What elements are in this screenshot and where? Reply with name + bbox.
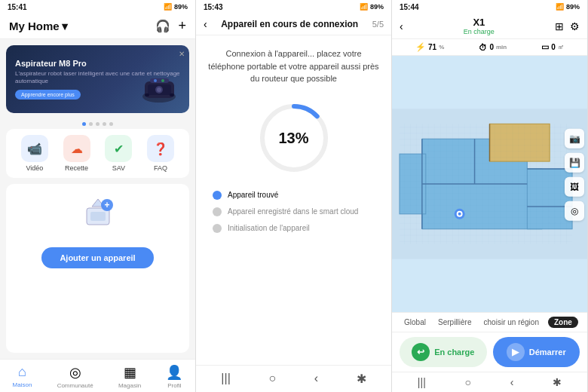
nav-item-communaute[interactable]: ◎ Communauté [57,364,93,389]
nav-home-icon[interactable]: ○ [268,372,276,386]
map-header-icons: ⊞ ⚙ [555,20,580,32]
svg-rect-11 [90,212,106,221]
battery-unit: % [439,44,444,51]
screen-connection: 15:43 📶 89% ‹ Appareil en cours de conne… [196,0,392,392]
image-icon[interactable]: 🖼 [565,177,584,197]
progress-text: 13% [278,129,308,146]
svg-text:+: + [104,200,109,210]
nav-item-magasin[interactable]: ▦ Magasin [118,364,141,389]
battery-value: 71 [428,43,436,51]
signal-icon-3: 📶 [556,3,564,11]
start-button[interactable]: ▶ Démarrer [493,337,580,367]
nav-item-profil[interactable]: 👤 Profil [166,364,182,389]
start-icon: ▶ [507,343,525,361]
quick-icon-video[interactable]: 📹 Vidéo [21,135,48,172]
time-unit: min [496,44,507,51]
area-value: 0 [551,43,556,51]
tab-serpilliere[interactable]: Serpillière [435,317,474,328]
promo-banner: Aspirateur M8 Pro L'aspirateur robot las… [6,45,189,113]
quick-icon-recette[interactable]: ☁ Recette [63,135,90,172]
settings-icon[interactable]: ⚙ [570,20,580,32]
save-map-icon[interactable]: 💾 [565,153,584,173]
time-stat-icon: ⏱ [479,43,487,52]
start-label: Démarrer [529,348,566,357]
grid-icon[interactable]: ⊞ [555,20,564,32]
dot-5 [109,122,113,126]
svg-point-9 [161,79,164,82]
quick-icon-faq[interactable]: ❓ FAQ [147,135,174,172]
status-icons-home: 📶 89% [164,3,188,11]
dot-3 [96,122,100,126]
tab-region[interactable]: choisir un région [481,317,542,328]
add-device-section: + Ajouter un appareil [6,184,189,353]
step-3: Initialisation de l'appareil [213,224,375,233]
signal-icon-2: 📶 [360,3,368,11]
status-time: 15:41 [8,3,27,11]
nav-home-icon-3[interactable]: ○ [465,376,471,388]
tab-zone[interactable]: Zone [548,317,578,328]
svg-point-4 [157,87,161,92]
floor-map[interactable]: 📷 💾 🖼 ◎ [392,56,587,312]
charge-button[interactable]: ↩ En charge [400,337,487,367]
step-dot-3 [213,224,222,233]
add-device-image: + [75,193,121,238]
connection-instruction: Connexion à l'appareil... placez votre t… [207,47,381,85]
step-2: Appareil enregistré dans le smart cloud [213,207,375,216]
status-bar-map: 15:44 📶 89% [392,0,587,14]
tab-global[interactable]: Global [401,317,429,328]
screen-map: 15:44 📶 89% ‹ X1 En charge ⊞ ⚙ ⚡ 71 % ⏱ … [392,0,588,392]
time-stat: ⏱ 0 min [479,42,507,52]
banner-close-icon[interactable]: ✕ [179,50,185,58]
nav-apps-icon[interactable]: ✱ [357,372,366,386]
charge-icon: ↩ [412,343,430,361]
quick-icon-sav[interactable]: ✔ SAV [105,135,132,172]
banner-learn-more-button[interactable]: Apprendre encore plus [15,90,81,100]
map-header: ‹ X1 En charge ⊞ ⚙ [392,14,587,39]
svg-rect-28 [400,124,572,243]
add-device-button[interactable]: Ajouter un appareil [41,247,153,268]
banner-title: Aspirateur M8 Pro [15,59,180,68]
area-stat: ▭ 0 ㎡ [541,42,564,52]
charge-label: En charge [434,348,474,357]
action-buttons: ↩ En charge ▶ Démarrer [392,332,587,372]
device-info: X1 En charge [464,17,495,35]
step-1: Appareil trouvé [213,191,375,200]
svg-point-31 [458,213,461,216]
connection-title: Appareil en cours de connexion [213,19,366,29]
nav-menu-icon[interactable]: ||| [221,372,230,386]
nav-back-icon-3[interactable]: ‹ [510,376,514,388]
device-stats-bar: ⚡ 71 % ⏱ 0 min ▭ 0 ㎡ [392,39,587,56]
nav-menu-icon-3[interactable]: ||| [418,376,426,388]
status-bar-home: 15:41 📶 89% [0,0,195,14]
dot-4 [103,122,106,126]
headset-icon[interactable]: 🎧 [155,19,170,33]
nav-item-maison[interactable]: ⌂ Maison [13,364,32,389]
nav-apps-icon-3[interactable]: ✱ [553,376,562,388]
svg-rect-6 [170,93,174,96]
add-icon[interactable]: + [178,18,186,34]
mode-tabs: Global Serpillière choisir un région Zon… [392,312,587,332]
battery-home: 89% [174,3,188,11]
location-icon[interactable]: ◎ [565,201,584,221]
svg-rect-7 [150,78,169,83]
map-side-controls: 📷 💾 🖼 ◎ [565,129,584,221]
back-icon[interactable]: ‹ [204,18,207,30]
home-title: My Home ▾ [9,20,68,33]
connection-body: Connexion à l'appareil... placez votre t… [196,35,391,365]
back-icon-map[interactable]: ‹ [400,20,403,32]
battery-stat-icon: ⚡ [415,42,426,52]
dot-1 [82,122,86,126]
nav-back-icon[interactable]: ‹ [314,372,318,386]
connection-steps: Appareil trouvé Appareil enregistré dans… [207,191,381,233]
chevron-down-icon[interactable]: ▾ [62,20,68,33]
battery-stat: ⚡ 71 % [415,42,444,52]
step-counter: 5/5 [372,20,384,29]
signal-icon: 📶 [164,3,172,11]
step-dot-2 [213,207,222,216]
progress-circle: 13% [256,100,332,176]
device-status-badge: En charge [464,28,495,35]
screen-home: 15:41 📶 89% My Home ▾ 🎧 + Aspirateur M8 … [0,0,196,392]
camera-icon[interactable]: 📷 [565,129,584,149]
step-dot-1 [213,191,222,200]
area-unit: ㎡ [558,43,564,51]
